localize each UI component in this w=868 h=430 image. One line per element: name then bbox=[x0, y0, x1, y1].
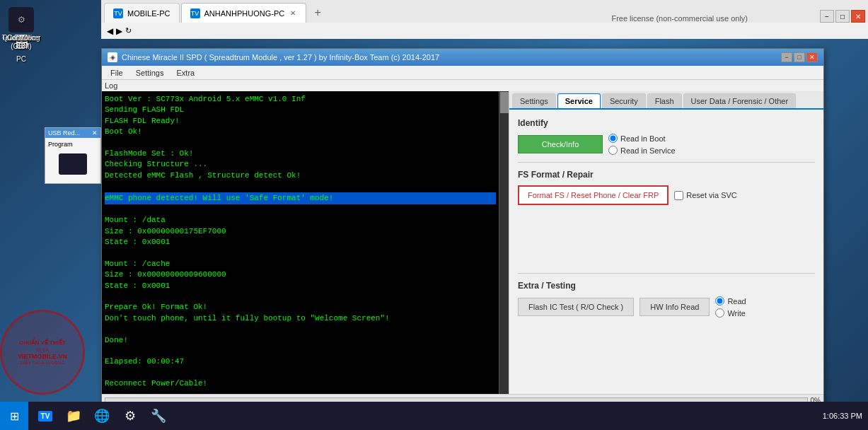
browser-tabs: TV MOBILE-PC TV ANHANHPHUONG-PC ✕ + Free… bbox=[101, 0, 868, 23]
browser-toolbar: ◀ ▶ ↻ bbox=[101, 23, 868, 39]
radio-read-opt-input[interactable] bbox=[715, 296, 724, 306]
new-tab-button[interactable]: + bbox=[308, 3, 328, 23]
console-line bbox=[105, 346, 496, 356]
app-title: Chinese Miracle II SPD ( Spreadtrum Modu… bbox=[122, 53, 777, 62]
control-label: Control... bbox=[7, 34, 36, 42]
menu-settings[interactable]: Settings bbox=[130, 67, 170, 79]
radio-read-boot-label: Read in Boot bbox=[620, 134, 666, 143]
spacer bbox=[518, 209, 815, 266]
browser-chrome: TV MOBILE-PC TV ANHANHPHUONG-PC ✕ + Free… bbox=[101, 0, 868, 39]
console-line: FLASH FDL Ready! bbox=[105, 116, 496, 127]
console-line: State : 0x0001 bbox=[105, 281, 496, 291]
taskbar-right: 1:06:33 PM bbox=[823, 412, 868, 420]
console-line bbox=[105, 248, 496, 258]
watermark: CHUẨN VỀ THIẾT BỊ VÀ VIETMOBILE.VN ĐIỆN … bbox=[0, 310, 92, 402]
radio-read-boot-input[interactable] bbox=[608, 134, 618, 143]
window-controls: − □ ✕ bbox=[820, 10, 868, 23]
console-line bbox=[105, 368, 496, 378]
reset-svc-input[interactable] bbox=[674, 191, 683, 200]
radio-read-opt-label: Read bbox=[727, 297, 746, 306]
console-line: Boot Ok! bbox=[105, 127, 496, 137]
radio-read-service-input[interactable] bbox=[608, 146, 618, 155]
console-line: Mount : /cache bbox=[105, 259, 496, 269]
console-line: Reconnect Power/Cable! bbox=[105, 378, 496, 389]
tab-flash[interactable]: Flash bbox=[647, 93, 682, 108]
console-scrollbar[interactable] bbox=[499, 91, 509, 394]
console-line bbox=[105, 324, 496, 335]
browser-tab-mobile-pc[interactable]: TV MOBILE-PC bbox=[104, 3, 180, 23]
console-text: Boot Ver : SC773x Android 5.x eMMC v1.0 … bbox=[105, 94, 506, 390]
radio-read-service-label: Read in Service bbox=[620, 146, 676, 155]
fs-format-row: Format FS / Reset Phone / Clear FRP Rese… bbox=[518, 185, 815, 205]
console-line: Prepare Ok! Format Ok! bbox=[105, 302, 496, 313]
minimize-btn[interactable]: − bbox=[820, 10, 834, 23]
desktop: 🖥 PC 📱 QuangSang(GSM) TV TeamViewer13 Za… bbox=[0, 0, 868, 430]
console-line: FlashMode Set : Ok! bbox=[105, 149, 496, 159]
console-line-highlight: eMMC phone detected! Will use 'Safe Form… bbox=[105, 192, 496, 204]
radio-write-opt[interactable]: Write bbox=[715, 308, 746, 318]
scroll-thumb[interactable] bbox=[500, 92, 509, 113]
taskbar-icon-explorer[interactable]: 📁 bbox=[59, 402, 88, 430]
back-btn[interactable]: ◀ bbox=[107, 26, 113, 36]
app-menubar: File Settings Extra bbox=[102, 66, 823, 80]
tab1-icon: TV bbox=[113, 8, 123, 18]
console-line bbox=[105, 291, 496, 302]
format-button[interactable]: Format FS / Reset Phone / Clear FRP bbox=[518, 185, 669, 205]
check-info-button[interactable]: Check/Info bbox=[518, 135, 603, 153]
usb-panel-icon bbox=[45, 151, 100, 178]
app-close-btn[interactable]: ✕ bbox=[806, 52, 818, 62]
control-icon: ⚙ bbox=[8, 7, 34, 33]
radio-read-opt[interactable]: Read bbox=[715, 296, 746, 306]
console-line: Size : 0x00000000175EF7000 bbox=[105, 226, 496, 237]
radio-read-boot[interactable]: Read in Boot bbox=[608, 134, 676, 143]
console-line: Sending FLASH FDL bbox=[105, 105, 496, 115]
console-line: State : 0x0001 bbox=[105, 237, 496, 248]
console-line: Done! bbox=[105, 335, 496, 346]
console-line: Don't touch phone, until it fully bootup… bbox=[105, 313, 496, 324]
browser-tab-anhanh[interactable]: TV ANHANHPHUONG-PC ✕ bbox=[181, 3, 307, 23]
refresh-btn[interactable]: ↻ bbox=[125, 26, 132, 35]
tab-security[interactable]: Security bbox=[602, 93, 646, 108]
panel-content: Identify Check/Info Read in Boot Read in… bbox=[509, 110, 823, 394]
taskbar-icon-teamviewer[interactable]: TV bbox=[31, 402, 59, 430]
reset-svc-checkbox[interactable]: Reset via SVC bbox=[674, 191, 737, 200]
app-content: Boot Ver : SC773x Android 5.x eMMC v1.0 … bbox=[102, 91, 823, 394]
hw-info-button[interactable]: HW Info Read bbox=[640, 298, 710, 316]
identify-radio-group: Read in Boot Read in Service bbox=[608, 134, 676, 155]
taskbar-icon-browser[interactable]: 🌐 bbox=[88, 402, 116, 430]
console-panel: Boot Ver : SC773x Android 5.x eMMC v1.0 … bbox=[102, 91, 509, 394]
taskbar: ⊞ TV 📁 🌐 ⚙ 🔧 1:06:33 PM bbox=[0, 402, 868, 430]
identify-title: Identify bbox=[518, 118, 815, 128]
radio-write-opt-input[interactable] bbox=[715, 308, 724, 318]
extra-radio-group: Read Write bbox=[715, 296, 746, 318]
console-line bbox=[105, 204, 496, 215]
radio-read-service[interactable]: Read in Service bbox=[608, 146, 676, 155]
desktop-icon-control[interactable]: ⚙ Control... bbox=[0, 7, 44, 42]
maximize-btn[interactable]: □ bbox=[835, 10, 850, 23]
console-line: Size : 0x00000000009600000 bbox=[105, 269, 496, 280]
start-button[interactable]: ⊞ bbox=[0, 402, 28, 430]
menu-file[interactable]: File bbox=[105, 67, 129, 79]
menu-extra[interactable]: Extra bbox=[170, 67, 200, 79]
forward-btn[interactable]: ▶ bbox=[116, 26, 122, 36]
tab-settings[interactable]: Settings bbox=[512, 93, 556, 108]
app-minimize-btn[interactable]: − bbox=[781, 52, 792, 62]
tab2-close[interactable]: ✕ bbox=[289, 9, 297, 17]
flash-ic-button[interactable]: Flash IC Test ( R/O Check ) bbox=[518, 298, 634, 316]
radio-write-opt-label: Write bbox=[727, 309, 745, 318]
close-btn[interactable]: ✕ bbox=[851, 10, 865, 23]
console-line: Elapsed: 00:00:47 bbox=[105, 356, 496, 367]
app-maximize-btn[interactable]: □ bbox=[794, 52, 805, 62]
tab1-label: MOBILE-PC bbox=[127, 9, 170, 18]
log-label: Log bbox=[102, 80, 823, 91]
console-line bbox=[105, 138, 496, 149]
taskbar-icon-misc[interactable]: 🔧 bbox=[144, 402, 173, 430]
tabs-bar: Settings Service Security Flash User Dat… bbox=[509, 91, 823, 110]
tab-userdata[interactable]: User Data / Forensic / Other bbox=[683, 93, 797, 108]
separator2 bbox=[518, 273, 815, 274]
taskbar-icon-miracle[interactable]: ⚙ bbox=[116, 402, 144, 430]
usb-panel-content: Program bbox=[45, 138, 100, 151]
tab-service[interactable]: Service bbox=[557, 93, 601, 108]
right-panel: Settings Service Security Flash User Dat… bbox=[509, 91, 823, 394]
app-icon: ◈ bbox=[108, 52, 117, 62]
